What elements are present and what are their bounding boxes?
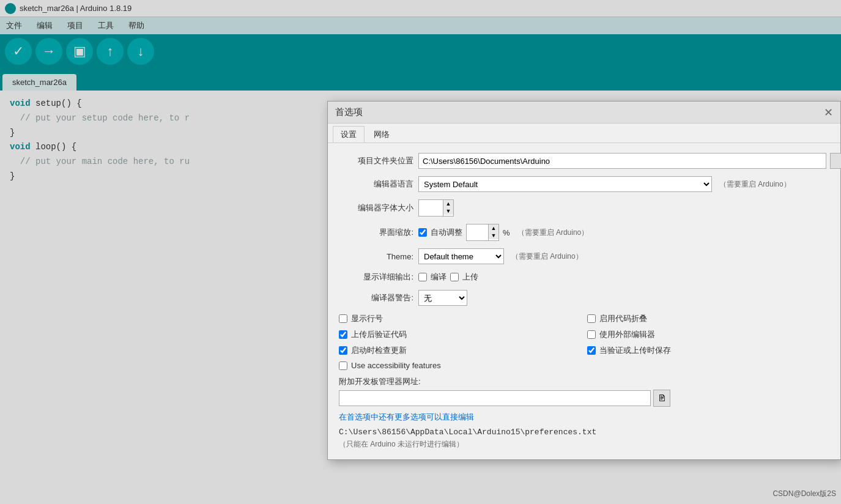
compile-verbose-checkbox[interactable]: [418, 273, 427, 281]
dialog-tabs: 设置 网络: [328, 124, 840, 143]
editor-language-controls: System Default （需要重启 Arduino）: [418, 176, 829, 192]
show-line-numbers-checkbox[interactable]: [339, 314, 347, 323]
theme-controls: Default theme （需要重启 Arduino）: [418, 248, 829, 264]
verbose-output-row: 显示详细输出: 编译 上传: [339, 272, 829, 283]
editor-language-select[interactable]: System Default: [418, 176, 712, 192]
font-size-down-button[interactable]: ▼: [443, 207, 453, 215]
font-size-input[interactable]: 17: [419, 200, 443, 216]
preferences-dialog: 首选项 ✕ 设置 网络 项目文件夹位置 浏览 编辑器语言 System Defa…: [327, 101, 841, 460]
project-folder-label: 项目文件夹位置: [339, 155, 418, 166]
upload-label: 上传: [462, 272, 478, 283]
scale-hint: （需要重启 Arduino）: [517, 228, 589, 238]
show-line-numbers-label: 显示行号: [351, 313, 383, 324]
code-folding-label: 启用代码折叠: [599, 313, 647, 324]
browse-button[interactable]: 浏览: [830, 153, 841, 169]
auto-adjust-label: 自动调整: [431, 227, 462, 238]
verify-after-upload-row: 上传后验证代码: [339, 329, 581, 340]
accessibility-row: Use accessibility features: [339, 361, 581, 370]
accessibility-label: Use accessibility features: [351, 361, 441, 370]
scale-spinbox: 100 ▲ ▼: [466, 224, 499, 241]
language-hint: （需要重启 Arduino）: [719, 179, 791, 190]
compiler-warnings-label: 编译器警告:: [339, 292, 418, 303]
theme-hint: （需要重启 Arduino）: [511, 251, 583, 262]
prefs-link[interactable]: 在首选项中还有更多选项可以直接编辑: [339, 412, 829, 423]
external-editor-label: 使用外部编辑器: [599, 329, 655, 340]
ui-scale-controls: 自动调整 100 ▲ ▼ % （需要重启 Arduino）: [418, 224, 829, 241]
verify-after-upload-checkbox[interactable]: [339, 330, 347, 339]
compiler-warnings-controls: 无: [418, 290, 829, 306]
left-checkboxes: 显示行号 上传后验证代码 启动时检查更新 Use accessibility f…: [339, 313, 581, 370]
dialog-close-button[interactable]: ✕: [824, 107, 833, 118]
project-folder-input[interactable]: [418, 153, 826, 169]
tab-settings[interactable]: 设置: [333, 126, 365, 143]
project-folder-row: 项目文件夹位置 浏览: [339, 153, 829, 169]
scale-unit: %: [503, 228, 510, 237]
font-size-spinbox: 17 ▲ ▼: [418, 199, 454, 217]
dialog-title: 首选项: [335, 106, 363, 118]
scale-spinbox-buttons: ▲ ▼: [489, 224, 498, 240]
theme-label: Theme:: [339, 252, 418, 261]
verbose-output-label: 显示详细输出:: [339, 272, 418, 283]
check-updates-label: 启动时检查更新: [351, 345, 407, 356]
compiler-warnings-select[interactable]: 无: [418, 290, 467, 306]
ui-scale-label: 界面缩放:: [339, 227, 418, 238]
url-section: 附加开发板管理器网址: https://dl.espressif.com/dl/…: [339, 376, 829, 407]
external-editor-row: 使用外部编辑器: [587, 329, 829, 340]
edit-note: （只能在 Arduino 未运行时进行编辑）: [339, 439, 829, 450]
theme-row: Theme: Default theme （需要重启 Arduino）: [339, 248, 829, 264]
scale-down-button[interactable]: ▼: [489, 232, 498, 239]
tab-network[interactable]: 网络: [366, 126, 398, 143]
external-editor-checkbox[interactable]: [587, 330, 596, 339]
url-edit-button[interactable]: 🖹: [653, 390, 670, 407]
scale-up-button[interactable]: ▲: [489, 224, 498, 232]
save-on-verify-row: 当验证或上传时保存: [587, 345, 829, 356]
ui-scale-row: 界面缩放: 自动调整 100 ▲ ▼ % （需要重启 Arduino）: [339, 224, 829, 241]
editor-font-size-row: 编辑器字体大小 17 ▲ ▼: [339, 199, 829, 217]
show-line-numbers-row: 显示行号: [339, 313, 581, 324]
save-on-verify-checkbox[interactable]: [587, 346, 596, 355]
save-on-verify-label: 当验证或上传时保存: [599, 345, 671, 356]
pref-path: C:\Users\86156\AppData\Local\Arduino15\p…: [339, 428, 829, 437]
theme-select[interactable]: Default theme: [418, 248, 504, 264]
verify-after-upload-label: 上传后验证代码: [351, 329, 407, 340]
url-input[interactable]: https://dl.espressif.com/dl/package_esp3…: [339, 390, 651, 406]
compiler-warnings-row: 编译器警告: 无: [339, 290, 829, 306]
upload-verbose-checkbox[interactable]: [450, 273, 459, 281]
dialog-title-bar: 首选项 ✕: [328, 102, 840, 124]
right-checkboxes: 启用代码折叠 使用外部编辑器 当验证或上传时保存: [587, 313, 829, 370]
editor-language-row: 编辑器语言 System Default （需要重启 Arduino）: [339, 176, 829, 192]
font-size-up-button[interactable]: ▲: [443, 200, 453, 207]
check-updates-checkbox[interactable]: [339, 346, 347, 355]
project-folder-controls: 浏览: [418, 153, 841, 169]
editor-language-label: 编辑器语言: [339, 179, 418, 190]
code-folding-checkbox[interactable]: [587, 314, 596, 323]
dialog-body: 项目文件夹位置 浏览 编辑器语言 System Default （需要重启 Ar…: [328, 143, 840, 459]
spinbox-buttons: ▲ ▼: [443, 200, 453, 216]
url-label: 附加开发板管理器网址:: [339, 376, 829, 387]
accessibility-checkbox[interactable]: [339, 361, 347, 370]
verbose-output-controls: 编译 上传: [418, 272, 829, 283]
url-field-row: https://dl.espressif.com/dl/package_esp3…: [339, 390, 829, 407]
editor-font-size-label: 编辑器字体大小: [339, 202, 418, 213]
compile-label: 编译: [431, 272, 446, 283]
scale-input[interactable]: 100: [467, 224, 489, 240]
editor-font-size-controls: 17 ▲ ▼: [418, 199, 829, 217]
check-updates-row: 启动时检查更新: [339, 345, 581, 356]
checkboxes-section: 显示行号 上传后验证代码 启动时检查更新 Use accessibility f…: [339, 313, 829, 370]
code-folding-row: 启用代码折叠: [587, 313, 829, 324]
auto-adjust-checkbox[interactable]: [418, 228, 427, 237]
